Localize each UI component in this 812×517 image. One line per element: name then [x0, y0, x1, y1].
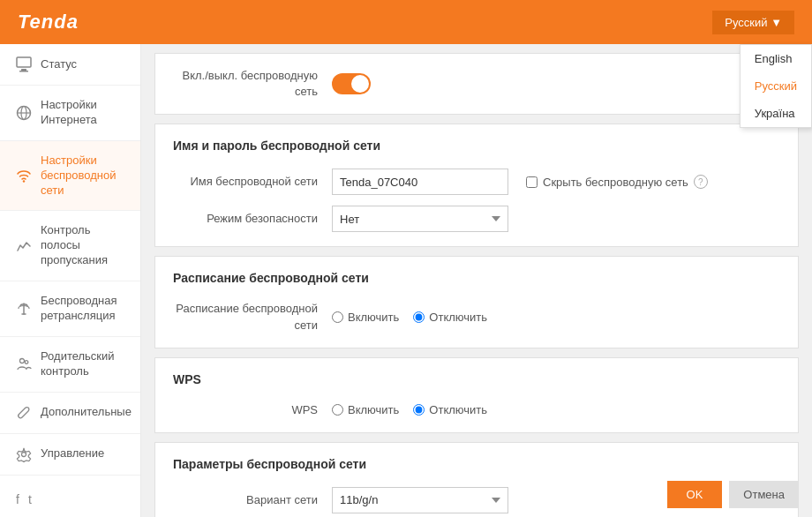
sidebar-item-wifi[interactable]: Настройки беспроводной сети	[0, 141, 140, 212]
logo: Tenda	[18, 11, 79, 34]
wps-disable-label[interactable]: Отключить	[413, 403, 487, 416]
ok-button[interactable]: OK	[667, 481, 723, 508]
sidebar-footer: f t	[0, 482, 140, 517]
sidebar-item-parental-label: Родительский контроль	[41, 349, 124, 379]
sidebar-item-internet-label: Настройки Интернета	[41, 98, 124, 128]
security-row: Режим безопасности Нет WPA2-PSK WPA-PSK …	[173, 206, 780, 232]
toggle-row: Вкл./выкл. беспроводную сеть	[173, 68, 780, 100]
schedule-title: Расписание беспроводной сети	[173, 271, 780, 290]
hide-wifi-label[interactable]: Скрыть беспроводную сеть	[526, 176, 688, 189]
sidebar-item-internet[interactable]: Настройки Интернета	[0, 86, 140, 141]
security-label: Режим безопасности	[173, 211, 332, 227]
sidebar-item-bandwidth[interactable]: Контроль полосы пропускания	[0, 211, 140, 281]
schedule-card: Расписание беспроводной сети Расписание …	[154, 256, 799, 348]
ssid-input[interactable]	[332, 169, 508, 195]
sidebar-item-wifi-label: Настройки беспроводной сети	[41, 154, 124, 199]
facebook-icon[interactable]: f	[16, 492, 19, 506]
schedule-radio-group: Включить Отключить	[332, 311, 487, 324]
sidebar-item-management-label: Управление	[41, 446, 104, 461]
ssid-label: Имя беспроводной сети	[173, 174, 332, 190]
language-button[interactable]: Русский ▼	[712, 11, 794, 34]
svg-point-10	[25, 360, 28, 363]
wps-enable-label[interactable]: Включить	[332, 403, 399, 416]
net-variant-label: Вариант сети	[173, 492, 332, 508]
ssid-row: Имя беспроводной сети Скрыть беспроводну…	[173, 169, 780, 195]
security-select[interactable]: Нет WPA2-PSK WPA-PSK WEP	[332, 206, 508, 232]
sidebar-item-status[interactable]: Статус	[0, 44, 140, 86]
wps-radio-group: Включить Отключить	[332, 403, 487, 416]
sidebar-item-parental[interactable]: Родительский контроль	[0, 337, 140, 393]
wrench-icon	[16, 405, 32, 421]
wps-label: WPS	[173, 402, 332, 418]
sidebar: Статус Настройки Интернета	[0, 44, 141, 517]
wps-card: WPS WPS Включить Отключить	[154, 357, 799, 433]
schedule-enable-label[interactable]: Включить	[332, 311, 399, 324]
sidebar-item-repeater[interactable]: Беспроводная ретрансляция	[0, 281, 140, 337]
svg-rect-1	[21, 69, 26, 71]
sidebar-item-advanced-label: Дополнительные	[41, 405, 132, 420]
wifi-settings-card: Имя и пароль беспроводной сети Имя беспр…	[154, 124, 799, 247]
wps-title: WPS	[173, 372, 780, 392]
antenna-icon	[16, 301, 32, 317]
wps-disable-radio[interactable]	[413, 404, 425, 416]
content-area: Вкл./выкл. беспроводную сеть Имя и парол…	[141, 44, 812, 517]
svg-point-9	[20, 358, 25, 363]
sidebar-item-bandwidth-label: Контроль полосы пропускания	[41, 223, 124, 268]
svg-point-6	[23, 180, 25, 182]
wifi-toggle[interactable]	[332, 73, 371, 94]
monitor-icon	[16, 56, 32, 72]
schedule-disable-label[interactable]: Отключить	[413, 311, 487, 324]
header: Tenda Русский ▼ English Русский Україна	[0, 0, 812, 44]
sidebar-item-status-label: Статус	[41, 57, 77, 72]
main-layout: Статус Настройки Интернета	[0, 44, 812, 517]
schedule-label: Расписание беспроводной сети	[173, 301, 332, 333]
sidebar-item-management[interactable]: Управление	[0, 434, 140, 476]
wifi-icon	[16, 168, 32, 184]
lang-option-russian[interactable]: Русский	[741, 72, 811, 100]
help-icon[interactable]: ?	[694, 175, 708, 189]
wifi-settings-title: Имя и пароль беспроводной сети	[173, 139, 780, 158]
lang-option-ukraine[interactable]: Україна	[741, 100, 811, 127]
svg-point-11	[22, 452, 26, 456]
wps-row: WPS Включить Отключить	[173, 402, 780, 418]
hide-wifi-checkbox[interactable]	[526, 176, 538, 188]
sidebar-item-repeater-label: Беспроводная ретрансляция	[41, 294, 124, 324]
wifi-params-title: Параметры беспроводной сети	[173, 457, 780, 476]
sidebar-menu: Статус Настройки Интернета	[0, 44, 140, 476]
chart-icon	[16, 238, 32, 254]
gear-icon	[16, 446, 32, 462]
wps-enable-radio[interactable]	[332, 404, 343, 416]
schedule-disable-radio[interactable]	[413, 311, 425, 323]
globe-icon	[16, 105, 32, 121]
toggle-label: Вкл./выкл. беспроводную сеть	[173, 68, 332, 100]
schedule-row: Расписание беспроводной сети Включить От…	[173, 301, 780, 333]
svg-rect-2	[19, 71, 28, 72]
lang-option-english[interactable]: English	[741, 45, 811, 72]
parental-icon	[16, 356, 32, 372]
language-dropdown: English Русский Україна	[740, 44, 812, 128]
schedule-enable-radio[interactable]	[332, 311, 343, 323]
twitter-icon[interactable]: t	[28, 492, 32, 506]
svg-rect-0	[17, 57, 31, 67]
cancel-button[interactable]: Отмена	[729, 481, 799, 508]
footer-buttons: OK Отмена	[667, 481, 799, 508]
sidebar-item-advanced[interactable]: Дополнительные	[0, 393, 140, 434]
toggle-card: Вкл./выкл. беспроводную сеть	[154, 53, 799, 115]
net-variant-select[interactable]: 11b/g/n 11b/g 11n 11g	[332, 487, 508, 513]
